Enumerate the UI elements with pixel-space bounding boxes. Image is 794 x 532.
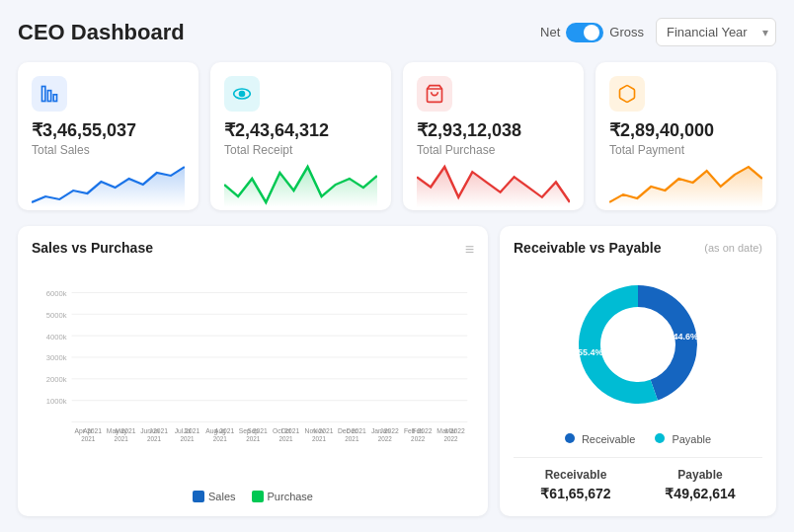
svg-text:Nov: Nov bbox=[313, 427, 325, 434]
kpi-icon-total-receipt bbox=[224, 76, 260, 112]
kpi-card-total-receipt: ₹2,43,64,312 Total Receipt bbox=[210, 62, 391, 210]
svg-rect-1 bbox=[47, 91, 50, 102]
svg-text:55.4%: 55.4% bbox=[578, 347, 603, 357]
bar-chart-container: 6000k5000k4000k3000k2000k1000kApr 2021Ma… bbox=[32, 267, 474, 485]
svg-text:Oct: Oct bbox=[281, 427, 291, 434]
svg-text:1000k: 1000k bbox=[46, 397, 67, 406]
payable-value: ₹49,62,614 bbox=[665, 486, 735, 501]
kpi-sparkline-total-purchase bbox=[417, 163, 570, 207]
charts-row: Sales vs Purchase ≡ 6000k5000k4000k3000k… bbox=[18, 226, 776, 516]
receivable-item: Receivable ₹61,65,672 bbox=[540, 468, 610, 501]
svg-rect-2 bbox=[53, 95, 56, 102]
donut-legend: Receivable Payable bbox=[514, 433, 762, 445]
svg-text:44.6%: 44.6% bbox=[674, 332, 699, 342]
kpi-value-total-purchase: ₹2,93,12,038 bbox=[417, 119, 570, 141]
svg-rect-0 bbox=[42, 87, 45, 102]
bar-chart-svg: 6000k5000k4000k3000k2000k1000kApr 2021Ma… bbox=[32, 267, 474, 485]
chart-header: Sales vs Purchase ≡ bbox=[32, 240, 474, 260]
svg-text:6000k: 6000k bbox=[46, 289, 67, 298]
kpi-icon-total-purchase bbox=[417, 76, 452, 112]
svg-text:2021: 2021 bbox=[180, 435, 195, 442]
kpi-label-total-sales: Total Sales bbox=[32, 143, 185, 157]
svg-text:Jan: Jan bbox=[380, 427, 391, 434]
sales-legend-label: Sales bbox=[208, 491, 236, 502]
kpi-sparkline-total-receipt bbox=[224, 163, 377, 207]
kpi-label-total-payment: Total Payment bbox=[609, 143, 762, 157]
financial-year-wrapper[interactable]: Financial Year bbox=[656, 18, 776, 46]
svg-text:3000k: 3000k bbox=[46, 353, 67, 362]
chart-menu-icon[interactable]: ≡ bbox=[465, 241, 474, 259]
svg-text:2021: 2021 bbox=[279, 435, 294, 442]
receivable-value: ₹61,65,672 bbox=[540, 486, 610, 501]
rp-chart-header: Receivable vs Payable (as on date) bbox=[514, 240, 762, 256]
page-title: CEO Dashboard bbox=[18, 20, 185, 45]
svg-text:5000k: 5000k bbox=[46, 311, 67, 320]
legend-sales: Sales bbox=[193, 491, 236, 502]
kpi-label-total-receipt: Total Receipt bbox=[224, 143, 377, 157]
sales-legend-color bbox=[193, 491, 204, 502]
svg-text:Mar: Mar bbox=[445, 427, 456, 434]
payable-legend-label: Payable bbox=[672, 433, 711, 445]
net-label: Net bbox=[540, 25, 560, 39]
header: CEO Dashboard Net Gross Financial Year bbox=[18, 18, 776, 46]
rp-chart-title: Receivable vs Payable bbox=[514, 240, 661, 256]
svg-marker-6 bbox=[224, 167, 377, 207]
svg-text:2021: 2021 bbox=[115, 435, 129, 442]
receivable-payable-card: Receivable vs Payable (as on date) 44.6%… bbox=[500, 226, 776, 516]
payable-item: Payable ₹49,62,614 bbox=[665, 468, 735, 501]
svg-text:2021: 2021 bbox=[81, 435, 96, 442]
svg-text:2021: 2021 bbox=[147, 435, 162, 442]
toggle-switch[interactable] bbox=[566, 23, 603, 42]
kpi-sparkline-total-payment bbox=[609, 163, 762, 207]
svg-text:2022: 2022 bbox=[411, 435, 426, 442]
svg-text:Jul: Jul bbox=[183, 427, 191, 434]
kpi-icon-total-sales bbox=[32, 76, 67, 112]
kpi-card-total-payment: ₹2,89,40,000 Total Payment bbox=[596, 62, 776, 210]
kpi-card-total-purchase: ₹2,93,12,038 Total Purchase bbox=[403, 62, 584, 210]
svg-text:2021: 2021 bbox=[213, 435, 228, 442]
payable-label: Payable bbox=[665, 468, 735, 482]
kpi-icon-total-payment bbox=[609, 76, 645, 112]
kpi-sparkline-total-sales bbox=[32, 163, 185, 207]
legend-purchase: Purchase bbox=[252, 491, 313, 502]
net-gross-toggle[interactable]: Net Gross bbox=[540, 23, 644, 42]
header-controls: Net Gross Financial Year bbox=[540, 18, 776, 46]
receivable-label: Receivable bbox=[540, 468, 610, 482]
rp-subtitle: (as on date) bbox=[704, 242, 762, 254]
payable-legend: Payable bbox=[655, 433, 711, 445]
dashboard-container: CEO Dashboard Net Gross Financial Year ₹… bbox=[0, 0, 794, 532]
payable-dot bbox=[655, 433, 665, 443]
gross-label: Gross bbox=[609, 25, 644, 39]
rp-title: Receivable vs Payable bbox=[514, 240, 661, 256]
donut-chart-container: 44.6%55.4% bbox=[514, 266, 762, 423]
kpi-value-total-payment: ₹2,89,40,000 bbox=[609, 119, 762, 141]
purchase-legend-label: Purchase bbox=[268, 491, 313, 502]
donut-chart-svg: 44.6%55.4% bbox=[559, 266, 717, 423]
svg-text:2022: 2022 bbox=[378, 435, 393, 442]
svg-text:Feb: Feb bbox=[413, 427, 424, 434]
kpi-label-total-purchase: Total Purchase bbox=[417, 143, 570, 157]
purchase-legend-color bbox=[252, 491, 264, 502]
kpi-value-total-sales: ₹3,46,55,037 bbox=[32, 119, 185, 141]
svg-text:4000k: 4000k bbox=[46, 333, 67, 342]
receivable-legend-label: Receivable bbox=[582, 433, 635, 445]
rp-values-row: Receivable ₹61,65,672 Payable ₹49,62,614 bbox=[514, 457, 762, 501]
sales-purchase-title: Sales vs Purchase bbox=[32, 240, 153, 256]
svg-text:Jun: Jun bbox=[149, 427, 160, 434]
svg-text:Dec: Dec bbox=[347, 427, 357, 434]
svg-point-5 bbox=[240, 92, 245, 97]
kpi-card-total-sales: ₹3,46,55,037 Total Sales bbox=[18, 62, 198, 210]
svg-text:2021: 2021 bbox=[312, 435, 327, 442]
toggle-thumb bbox=[584, 25, 599, 40]
sales-purchase-card: Sales vs Purchase ≡ 6000k5000k4000k3000k… bbox=[18, 226, 488, 516]
svg-text:2021: 2021 bbox=[246, 435, 261, 442]
bar-chart-legend: Sales Purchase bbox=[32, 491, 474, 502]
receivable-legend: Receivable bbox=[565, 433, 635, 445]
kpi-row: ₹3,46,55,037 Total Sales ₹2,43,64,312 To… bbox=[18, 62, 776, 210]
receivable-dot bbox=[565, 433, 575, 443]
svg-text:2021: 2021 bbox=[345, 435, 359, 442]
financial-year-select[interactable]: Financial Year bbox=[656, 18, 776, 46]
svg-text:2000k: 2000k bbox=[46, 375, 67, 384]
kpi-value-total-receipt: ₹2,43,64,312 bbox=[224, 119, 377, 141]
svg-text:2022: 2022 bbox=[444, 435, 459, 442]
